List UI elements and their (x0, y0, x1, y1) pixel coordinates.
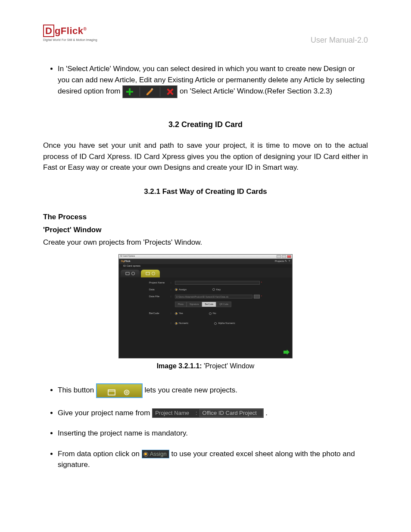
svg-rect-2 (126, 272, 129, 275)
radio-dot-icon (209, 312, 212, 315)
window-title: ID Card Xpress (120, 255, 135, 258)
tab-open-project[interactable] (121, 270, 140, 277)
page-header: DgFlick® Digital World For Still & Motio… (43, 24, 368, 46)
project-window-heading: 'Project' Window (43, 224, 368, 236)
edit-icon (145, 87, 155, 96)
svg-rect-6 (108, 390, 115, 395)
tab-new-project[interactable] (141, 270, 160, 277)
add-icon (125, 87, 134, 96)
radio-barcode-no[interactable]: No (209, 311, 216, 315)
row-barcode-type: : Numeric Alpha Numeric (149, 321, 262, 325)
folder-icon (125, 271, 130, 276)
subsection-heading: 3.2.1 Fast Way of Creating ID Cards (43, 186, 368, 197)
radio-barcode-yes[interactable]: Yes (175, 311, 183, 315)
window-buttons (277, 255, 292, 258)
project-name-input[interactable] (175, 281, 260, 285)
caption-rest: 'Project' Window (202, 362, 255, 370)
radio-alphanumeric[interactable]: Alpha Numeric (214, 321, 235, 325)
browse-button[interactable] (254, 295, 260, 299)
caption-bold: Image 3.2.1.1: (157, 362, 202, 370)
new-project-button[interactable] (96, 383, 143, 398)
figure-project-window: ID Card Xpress DgFlick Projects ✎ ? ID C… (118, 254, 293, 371)
subtab-barcode[interactable]: BarCode (202, 302, 216, 308)
svg-marker-0 (146, 89, 153, 95)
window-titlebar: ID Card Xpress (119, 255, 292, 259)
process-heading: The Process (43, 212, 368, 223)
logo-subtitle: Digital World For Still & Motion Imaging (43, 38, 97, 43)
svg-rect-4 (146, 272, 149, 275)
radio-dot-icon (175, 312, 177, 315)
bullet-assign: From data option click on Assign to use … (58, 448, 368, 470)
label-data: Data (149, 288, 171, 292)
logo: DgFlick® (43, 24, 97, 38)
svg-point-5 (152, 272, 155, 275)
app-topbar: DgFlick Projects ✎ ? (119, 259, 292, 264)
app-brand-icon: Dg (121, 259, 125, 263)
doc-icon (123, 388, 131, 394)
label-barcode: BarCode (149, 311, 171, 315)
section-heading: 3.2 Creating ID Card (43, 119, 368, 131)
radio-dot-icon (175, 322, 177, 325)
label-project-name: Project Name (149, 281, 171, 285)
row-data: Data: Assign Key (149, 288, 262, 292)
project-name-field-inline: Project Name : Office ID Card Project (152, 408, 263, 418)
bullet-select-article: In 'Select Article' Window, you can sele… (58, 63, 368, 98)
logo-block: DgFlick® Digital World For Still & Motio… (43, 24, 97, 43)
assign-radio-button[interactable]: Assign (142, 450, 169, 458)
app-top-right: Projects ✎ ? (275, 259, 290, 263)
pn-value[interactable]: Office ID Card Project (199, 409, 263, 417)
subtab-photo[interactable]: Photo (175, 302, 187, 308)
assign-label: Assign (150, 450, 167, 458)
radio-assign[interactable]: Assign (175, 288, 187, 292)
radio-dot-icon (143, 452, 148, 457)
svg-point-3 (131, 272, 134, 275)
figure-caption: Image 3.2.1.1: 'Project' Window (118, 361, 293, 371)
minimize-button[interactable] (277, 255, 281, 258)
bullets-lower: This button lets you create new projects… (43, 383, 368, 470)
toolbar-add-edit-delete (122, 85, 177, 98)
radio-key[interactable]: Key (212, 288, 221, 292)
bullet-project-name: Give your project name from Project Name… (58, 408, 368, 419)
maximize-button[interactable] (282, 255, 286, 258)
subtab-signature[interactable]: Signature (187, 302, 202, 308)
window-icon (108, 388, 115, 394)
doc-icon (151, 271, 156, 276)
row-data-file: Data File: D:\Demo Materials\Product\ID … (149, 295, 262, 299)
manual-title: User Manual-2.0 (311, 34, 368, 46)
close-button[interactable] (287, 255, 291, 258)
doc-icon (131, 271, 135, 276)
bullet-new-project-button: This button lets you create new projects… (58, 383, 368, 398)
icon-separator (140, 87, 140, 96)
bullet-text-part2: on 'Select Article' Window.(Refer Sectio… (180, 87, 332, 95)
subtab-qrcode[interactable]: QR Code (216, 302, 231, 308)
icon-separator (160, 87, 160, 96)
folder-icon (146, 271, 150, 276)
row-barcode: BarCode: Yes No (149, 311, 262, 315)
data-file-path[interactable]: D:\Demo Materials\Product\ID Xpress\ID K… (175, 295, 252, 299)
delete-icon (165, 87, 175, 96)
pn-label: Project Name (153, 409, 193, 417)
bullet-mandatory: Inserting the project name is mandatory. (58, 428, 368, 439)
radio-numeric[interactable]: Numeric (175, 321, 188, 325)
row-project-name: Project Name: * (149, 281, 262, 285)
data-subtabs: Photo Signature BarCode QR Code (175, 302, 262, 308)
section-body: Once you have set your unit and path to … (43, 140, 368, 173)
radio-dot-icon (212, 288, 215, 291)
app-product-label: ID Card xpress (119, 264, 292, 268)
label-data-file: Data File (149, 295, 171, 299)
project-tabs (119, 268, 292, 277)
radio-dot-icon (175, 288, 177, 291)
app-window: ID Card Xpress DgFlick Projects ✎ ? ID C… (118, 254, 293, 358)
radio-dot-icon (214, 322, 217, 325)
project-form: Project Name: * Data: Assign Key Data Fi… (119, 277, 292, 331)
next-arrow-button[interactable] (283, 349, 290, 355)
content-list: In 'Select Article' Window, you can sele… (43, 63, 368, 98)
app-brand-text: Flick (125, 259, 131, 263)
project-window-body: Create your own projects from 'Projects'… (43, 237, 368, 248)
